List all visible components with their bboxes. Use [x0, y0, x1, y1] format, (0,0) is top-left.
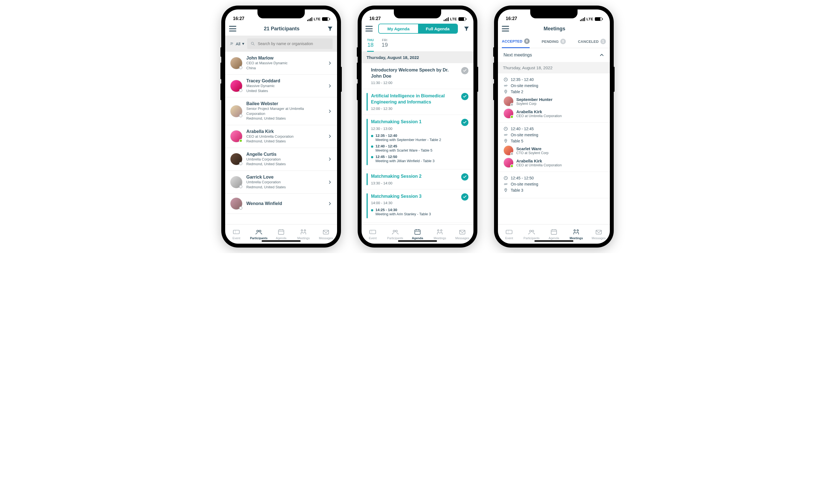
menu-button[interactable] [229, 26, 236, 31]
phone-agenda: 16:27 LTE My Agenda Full Agenda THU 18 F… [358, 5, 477, 248]
nav-messages[interactable]: Messages [451, 225, 473, 244]
filter-button[interactable] [327, 26, 333, 32]
participant-name: John Marlow [246, 56, 324, 61]
meeting-tabs: ACCEPTED 8 PENDING 0 CANCELED 1 [498, 36, 610, 48]
participant-row[interactable]: Garrick Love Umbrella Corporation Redmon… [225, 171, 337, 194]
agenda-time: 12:00 - 12:30 [371, 107, 458, 111]
search-bar: All ▾ [225, 36, 337, 52]
participant-row[interactable]: John Marlow CEO at Massive Dynamic China [225, 52, 337, 75]
attendee[interactable]: Arabella KirkCEO at Umbrella Corporation [504, 158, 604, 168]
nav-event[interactable]: Event [362, 225, 384, 244]
menu-button[interactable] [502, 26, 509, 31]
filter-button[interactable] [464, 26, 470, 32]
nav-messages[interactable]: Messages [588, 225, 610, 244]
agenda-time: 12:30 - 13:00 [371, 127, 458, 131]
dot-icon [371, 156, 373, 158]
caret-down-icon: ▾ [242, 41, 244, 46]
clock-icon [504, 127, 508, 131]
check-icon [461, 193, 468, 201]
people-icon [230, 42, 234, 46]
avatar [230, 197, 242, 210]
avatar [504, 145, 513, 155]
participant-loc: China [246, 66, 324, 71]
seg-my-agenda[interactable]: My Agenda [379, 24, 418, 33]
day-tabs: THU 18 FRI 19 [362, 36, 473, 52]
participant-row[interactable]: Angelle Curtis Umbrella Corporation Redm… [225, 148, 337, 171]
participant-row[interactable]: Arabella Kirk CEO at Umbrella Corporatio… [225, 125, 337, 148]
handshake-icon [504, 182, 508, 186]
avatar [504, 108, 513, 119]
handshake-icon [504, 133, 508, 137]
count-badge: 8 [524, 38, 530, 44]
clock-icon [504, 77, 508, 82]
day-tab[interactable]: FRI 19 [382, 38, 388, 51]
participant-loc: Redmond, United States [246, 116, 324, 121]
avatar [230, 80, 242, 92]
dot-icon [371, 145, 373, 148]
dot-icon [371, 209, 373, 211]
agenda-title: Matchmaking Session 1 [371, 119, 458, 125]
participant-name: Angelle Curtis [246, 152, 324, 157]
participant-loc: United States [246, 88, 324, 93]
agenda-item[interactable]: Matchmaking Session 1 12:30 - 13:00 12:3… [362, 115, 473, 169]
filter-all-dropdown[interactable]: All ▾ [230, 41, 244, 46]
check-icon [461, 93, 468, 100]
section-next-meetings[interactable]: Next meetings [498, 48, 610, 62]
page-title: 21 Participants [239, 26, 324, 32]
page-title: Meetings [512, 26, 597, 32]
participant-name: Tracey Goddard [246, 79, 324, 83]
nav-event[interactable]: Event [225, 225, 247, 244]
participant-name: Garrick Love [246, 175, 324, 180]
status-time: 16:27 [506, 16, 517, 21]
chevron-right-icon [328, 109, 332, 113]
battery-icon [459, 17, 466, 21]
avatar [230, 105, 242, 118]
agenda-time: 13:30 - 14:00 [371, 181, 458, 185]
participant-row[interactable]: Bailee Webster Senior Project Manager at… [225, 97, 337, 125]
seg-full-agenda[interactable]: Full Agenda [418, 24, 457, 33]
agenda-sub[interactable]: 12:35 - 12:40Meeting with September Hunt… [371, 133, 458, 142]
agenda-title: Introductory Welcome Speech by Dr. John … [371, 67, 458, 79]
participant-sub: Massive Dynamic [246, 83, 324, 88]
participant-name: Wenona Winfield [246, 201, 324, 206]
battery-icon [322, 17, 329, 21]
meeting-card[interactable]: 12:45 - 12:50 On-site meeting Table 3 [498, 172, 610, 198]
status-time: 16:27 [233, 16, 244, 21]
signal-icon [307, 17, 312, 21]
avatar [230, 176, 242, 188]
dot-icon [371, 135, 373, 137]
signal-icon [580, 17, 585, 21]
attendee[interactable]: Arabella KirkCEO at Umbrella Corporation [504, 108, 604, 119]
agenda-item[interactable]: Artificial Intelligence in Biomedical En… [362, 89, 473, 115]
chevron-right-icon [328, 180, 332, 184]
attendee[interactable]: September HunterSoylent Corp [504, 96, 604, 106]
chevron-right-icon [328, 61, 332, 65]
search-input-wrap[interactable] [247, 38, 332, 49]
agenda-sub[interactable]: 12:45 - 12:50Meeting with Jillian Winfie… [371, 155, 458, 163]
agenda-sub[interactable]: 12:40 - 12:45Meeting with Scarlet Ware -… [371, 144, 458, 152]
day-header: Thursday, August 18, 2022 [362, 52, 473, 63]
participant-row[interactable]: Wenona Winfield [225, 194, 337, 214]
check-icon [461, 119, 468, 126]
status-time: 16:27 [369, 16, 381, 21]
attendee[interactable]: Scarlet WareCTO at Soylent Corp [504, 145, 604, 155]
participant-row[interactable]: Tracey Goddard Massive Dynamic United St… [225, 75, 337, 97]
agenda-item[interactable]: Matchmaking Session 3 14:00 - 14:30 14:2… [362, 189, 473, 223]
search-input[interactable] [258, 41, 329, 46]
pin-icon [504, 139, 508, 143]
agenda-sub[interactable]: 14:25 - 14:30Meeting with Arin Stanley -… [371, 208, 458, 216]
agenda-segment: My Agenda Full Agenda [378, 24, 458, 34]
signal-icon [444, 17, 449, 21]
agenda-item[interactable]: Matchmaking Session 2 13:30 - 14:00 [362, 169, 473, 189]
day-tab[interactable]: THU 18 [367, 38, 374, 52]
nav-event[interactable]: Event [498, 225, 520, 244]
meeting-tab[interactable]: PENDING 0 [542, 38, 566, 48]
menu-button[interactable] [365, 26, 373, 31]
meeting-tab[interactable]: ACCEPTED 8 [502, 38, 530, 48]
meeting-card[interactable]: 12:35 - 12:40 On-site meeting Table 2 Se… [498, 74, 610, 123]
agenda-item[interactable]: Introductory Welcome Speech by Dr. John … [362, 63, 473, 89]
meeting-tab[interactable]: CANCELED 1 [578, 38, 606, 48]
meeting-card[interactable]: 12:40 - 12:45 On-site meeting Table 5 Sc… [498, 123, 610, 172]
nav-messages[interactable]: Messages [315, 225, 337, 244]
phone-participants: 16:27 LTE 21 Participants All ▾ [221, 5, 341, 248]
